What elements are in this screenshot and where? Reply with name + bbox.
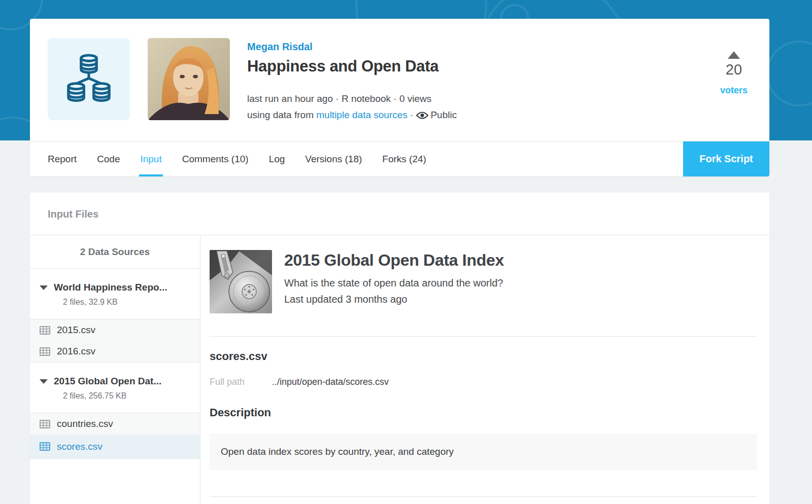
meta-line-2: using data from multiple data sources · … <box>247 107 457 123</box>
vote-count: 20 <box>726 61 742 78</box>
source-meta: 2 files, 32.9 KB <box>63 298 194 307</box>
source-meta: 2 files, 256.75 KB <box>63 391 194 401</box>
tab-input[interactable]: Input <box>140 141 161 176</box>
full-path-label: Full path <box>210 377 272 387</box>
input-files-title: Input Files <box>30 193 769 235</box>
file-row-scorescsv-selected[interactable]: scores.csv <box>30 435 200 458</box>
description-box: Open data index scores by country, year,… <box>210 434 757 470</box>
dataset-subtitle: What is the state of open data around th… <box>284 277 504 289</box>
file-group: 2015.csv 2016.csv <box>30 319 200 363</box>
table-icon <box>40 442 50 451</box>
collapse-icon[interactable] <box>40 379 48 384</box>
file-name: 2015.csv <box>57 325 95 336</box>
description-heading: Description <box>210 406 757 419</box>
divider <box>210 496 757 497</box>
table-icon <box>40 326 50 335</box>
author-link[interactable]: Megan Risdal <box>247 41 457 53</box>
tab-bar: Report Code Input Comments (10) Log Vers… <box>30 141 769 176</box>
kernel-meta: last run an hour ago · R notebook · 0 vi… <box>247 91 457 123</box>
table-icon <box>40 347 50 356</box>
dataset-thumbnail[interactable] <box>210 250 272 313</box>
visibility-label: Public <box>430 110 457 120</box>
dataset-title[interactable]: 2015 Global Open Data Index <box>284 251 504 270</box>
avatar-image <box>148 38 230 120</box>
tab-report[interactable]: Report <box>48 141 77 176</box>
dataset-updated: Last updated 3 months ago <box>284 294 504 305</box>
collapse-icon[interactable] <box>40 285 48 290</box>
multiple-data-sources-link[interactable]: multiple data sources <box>316 110 408 120</box>
file-group: countries.csv scores.csv <box>30 413 200 459</box>
file-row-countriescsv[interactable]: countries.csv <box>30 413 200 435</box>
bubble-decoration <box>766 41 812 106</box>
meta-separator: · <box>410 110 413 120</box>
upvote-button[interactable] <box>728 51 740 59</box>
fork-script-button[interactable]: Fork Script <box>683 141 769 176</box>
selected-file-heading: scores.csv <box>210 350 757 363</box>
data-sources-thumbnail[interactable] <box>48 38 130 120</box>
tab-comments[interactable]: Comments (10) <box>182 141 249 176</box>
file-name: scores.csv <box>57 441 103 452</box>
meta-line-1: last run an hour ago · R notebook · 0 vi… <box>247 91 457 107</box>
source-name: World Happiness Repo... <box>54 282 167 293</box>
source-section-open-data-index[interactable]: 2015 Global Open Dat... 2 files, 256.75 … <box>30 363 200 413</box>
file-detail-pane: 2015 Global Open Data Index What is the … <box>200 235 769 504</box>
author-avatar[interactable] <box>148 38 230 120</box>
file-name: countries.csv <box>57 418 113 429</box>
description-text: Open data index scores by country, year,… <box>221 446 454 457</box>
file-row-2016csv[interactable]: 2016.csv <box>30 341 200 362</box>
tab-log[interactable]: Log <box>269 141 285 176</box>
voters-link[interactable]: voters <box>720 85 748 96</box>
input-files-card: Input Files 2 Data Sources World Happine… <box>30 193 769 504</box>
tab-versions[interactable]: Versions (18) <box>305 141 362 176</box>
file-name: 2016.csv <box>57 346 95 357</box>
tab-code[interactable]: Code <box>97 141 120 176</box>
kernel-header-card: Megan Risdal Happiness and Open Data las… <box>30 19 769 141</box>
meta-prefix: using data from <box>247 110 314 120</box>
database-cluster-icon <box>63 51 114 107</box>
eye-icon <box>416 112 428 119</box>
source-section-world-happiness[interactable]: World Happiness Repo... 2 files, 32.9 KB <box>30 269 200 319</box>
hard-drive-image <box>210 250 272 313</box>
source-name: 2015 Global Open Dat... <box>54 376 161 387</box>
full-path-row: Full path ../input/open-data/scores.csv <box>210 377 757 387</box>
table-icon <box>40 420 50 428</box>
kernel-title: Happiness and Open Data <box>247 57 457 76</box>
full-path-value: ../input/open-data/scores.csv <box>272 377 389 387</box>
file-tree-sidebar: 2 Data Sources World Happiness Repo... 2… <box>30 235 200 504</box>
divider <box>210 336 757 337</box>
tab-forks[interactable]: Forks (24) <box>382 141 426 176</box>
data-sources-count: 2 Data Sources <box>30 235 200 269</box>
file-row-2015csv[interactable]: 2015.csv <box>30 319 200 341</box>
